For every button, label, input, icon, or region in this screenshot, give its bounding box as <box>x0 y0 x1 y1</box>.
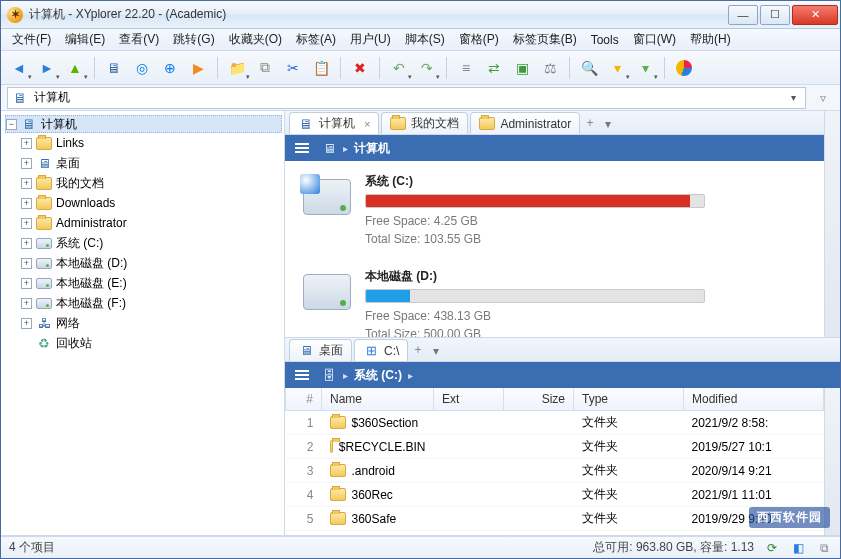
close-button[interactable]: ✕ <box>792 5 838 25</box>
col-ext[interactable]: Ext <box>434 388 504 411</box>
expander-icon[interactable]: − <box>6 119 17 130</box>
separator <box>446 57 447 79</box>
tab-menu-icon[interactable]: ▾ <box>600 117 616 134</box>
add-tab-button[interactable]: ＋ <box>410 341 426 361</box>
folder-tree[interactable]: − 🖥 计算机 +Links+🖥桌面+我的文档+Downloads+Admini… <box>1 111 285 535</box>
sync-icon[interactable]: ⇄ <box>482 56 506 80</box>
tree-node[interactable]: +本地磁盘 (D:) <box>21 253 282 273</box>
crumb-label[interactable]: 计算机 <box>354 140 390 157</box>
menu-item[interactable]: 用户(U) <box>343 29 398 50</box>
address-box[interactable]: 🖥 ▾ <box>7 87 806 109</box>
expander-icon[interactable]: + <box>21 238 32 249</box>
maximize-button[interactable]: ☐ <box>760 5 790 25</box>
tree-node[interactable]: +本地磁盘 (E:) <box>21 273 282 293</box>
expander-icon[interactable]: + <box>21 198 32 209</box>
address-filter-icon[interactable]: ▿ <box>812 87 834 109</box>
cell-modified: 2019/5/27 10:1 <box>684 435 824 459</box>
chevron-right-icon: ▸ <box>343 143 348 154</box>
col-size[interactable]: Size <box>504 388 574 411</box>
funnel-icon[interactable]: ▾▾ <box>605 56 629 80</box>
tree-root-computer[interactable]: − 🖥 计算机 <box>5 115 282 133</box>
col-number[interactable]: # <box>286 388 322 411</box>
table-row[interactable]: 1$360Section文件夹2021/9/2 8:58: <box>286 411 824 435</box>
tree-node[interactable]: +🖥桌面 <box>21 153 282 173</box>
menu-item[interactable]: 标签页集(B) <box>506 29 584 50</box>
find-icon[interactable]: 🔍 <box>577 56 601 80</box>
tree-node[interactable]: +系统 (C:) <box>21 233 282 253</box>
col-name[interactable]: Name <box>322 388 434 411</box>
tab[interactable]: 🖥桌面 <box>289 339 352 361</box>
filter-icon[interactable]: ≡ <box>454 56 478 80</box>
crumb-label[interactable]: 系统 (C:) <box>354 367 402 384</box>
expander-icon[interactable]: + <box>21 138 32 149</box>
weight-icon[interactable]: ⚖ <box>538 56 562 80</box>
table-row[interactable]: 4360Rec文件夹2021/9/1 11:01 <box>286 483 824 507</box>
redo-icon[interactable]: ↷▾ <box>415 56 439 80</box>
col-type[interactable]: Type <box>574 388 684 411</box>
expander-icon[interactable] <box>21 338 32 349</box>
tree-node[interactable]: +Downloads <box>21 193 282 213</box>
menu-icon[interactable] <box>291 366 313 384</box>
drive-card[interactable]: 本地磁盘 (D:)Free Space: 438.13 GBTotal Size… <box>303 268 812 337</box>
expander-icon[interactable]: + <box>21 218 32 229</box>
table-row[interactable]: 5360Safe文件夹2019/9/29 9:40 <box>286 507 824 531</box>
table-row[interactable]: 2$RECYCLE.BIN文件夹2019/5/27 10:1 <box>286 435 824 459</box>
tree-node[interactable]: +本地磁盘 (F:) <box>21 293 282 313</box>
tree-node[interactable]: ♻回收站 <box>21 333 282 353</box>
play-icon[interactable]: ▶ <box>186 56 210 80</box>
menu-item[interactable]: 文件(F) <box>5 29 58 50</box>
address-dropdown-icon[interactable]: ▾ <box>785 92 801 103</box>
drive-card[interactable]: 系统 (C:)Free Space: 4.25 GBTotal Size: 10… <box>303 173 812 248</box>
delete-icon[interactable]: ✖ <box>348 56 372 80</box>
pie-chart-icon[interactable] <box>672 56 696 80</box>
expander-icon[interactable]: + <box>21 298 32 309</box>
close-icon[interactable]: × <box>364 118 370 130</box>
menu-item[interactable]: 收藏夹(O) <box>222 29 289 50</box>
minimize-button[interactable]: — <box>728 5 758 25</box>
expander-icon[interactable]: + <box>21 178 32 189</box>
shield-icon[interactable]: ▣ <box>510 56 534 80</box>
tab[interactable]: ⊞C:\ <box>354 339 408 361</box>
expander-icon[interactable]: + <box>21 258 32 269</box>
target-icon[interactable]: ◎ <box>130 56 154 80</box>
tab[interactable]: 我的文档 <box>381 112 468 134</box>
undo-icon[interactable]: ↶▾ <box>387 56 411 80</box>
table-row[interactable]: 3.android文件夹2020/9/14 9:21 <box>286 459 824 483</box>
back-icon[interactable]: ◄▾ <box>7 56 31 80</box>
menu-item[interactable]: 编辑(E) <box>58 29 112 50</box>
add-tab-button[interactable]: ＋ <box>582 114 598 134</box>
tree-node[interactable]: +Administrator <box>21 213 282 233</box>
menu-item[interactable]: 帮助(H) <box>683 29 738 50</box>
tab-menu-icon[interactable]: ▾ <box>428 344 444 361</box>
paste-icon[interactable]: 📋 <box>309 56 333 80</box>
menu-item[interactable]: 窗格(P) <box>452 29 506 50</box>
menu-item[interactable]: 查看(V) <box>112 29 166 50</box>
address-input[interactable] <box>32 90 781 106</box>
expander-icon[interactable]: + <box>21 318 32 329</box>
desktop-icon[interactable]: 🖥 <box>102 56 126 80</box>
menu-item[interactable]: 窗口(W) <box>626 29 683 50</box>
file-list[interactable]: # Name Ext Size Type Modified 1$360Secti… <box>285 388 824 535</box>
menu-item[interactable]: 跳转(G) <box>166 29 221 50</box>
zoom-icon[interactable]: ⊕ <box>158 56 182 80</box>
tree-label: 本地磁盘 (F:) <box>56 295 126 312</box>
tree-node[interactable]: +我的文档 <box>21 173 282 193</box>
menu-icon[interactable] <box>291 139 313 157</box>
menu-item[interactable]: Tools <box>584 31 626 49</box>
forward-icon[interactable]: ►▾ <box>35 56 59 80</box>
scrollbar[interactable] <box>824 111 840 337</box>
new-folder-icon[interactable]: 📁▾ <box>225 56 249 80</box>
menu-item[interactable]: 标签(A) <box>289 29 343 50</box>
tree-node[interactable]: +Links <box>21 133 282 153</box>
funnel-icon[interactable]: ▾▾ <box>633 56 657 80</box>
col-modified[interactable]: Modified <box>684 388 824 411</box>
tab[interactable]: Administrator <box>470 112 580 134</box>
expander-icon[interactable]: + <box>21 158 32 169</box>
tree-node[interactable]: +🖧网络 <box>21 313 282 333</box>
tab[interactable]: 🖥计算机× <box>289 112 379 134</box>
cut-icon[interactable]: ✂ <box>281 56 305 80</box>
up-icon[interactable]: ▲▾ <box>63 56 87 80</box>
expander-icon[interactable]: + <box>21 278 32 289</box>
menu-item[interactable]: 脚本(S) <box>398 29 452 50</box>
copy-icon[interactable]: ⧉ <box>253 56 277 80</box>
